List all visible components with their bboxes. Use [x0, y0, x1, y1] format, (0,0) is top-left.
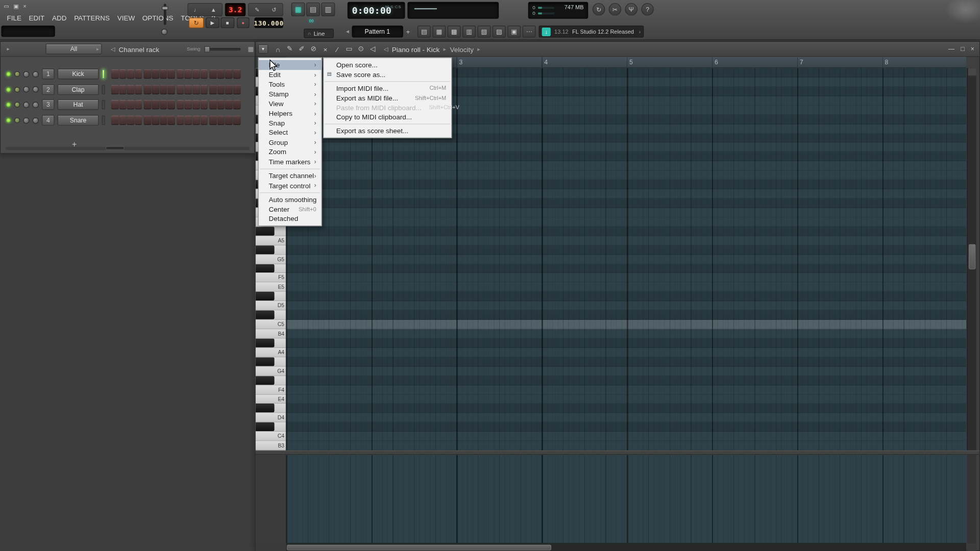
menu-item-paste-from-midi-clipboard[interactable]: Paste from MIDI clipboard...Shift+Ctrl+V	[324, 103, 451, 112]
browser-button[interactable]: ▧	[478, 26, 491, 37]
menu-item-target-channel[interactable]: Target channel›	[259, 171, 321, 181]
menu-item-tools[interactable]: Tools›	[259, 80, 321, 89]
channel-volume-knob[interactable]	[33, 117, 39, 123]
news-bar[interactable]: ↓ 13.12 FL Studio 12.2 Released ›	[539, 26, 644, 37]
piano-key-b3[interactable]: B3	[256, 441, 286, 450]
menu-item-export-as-midi-file[interactable]: Export as MIDI file...Shift+Ctrl+M	[324, 93, 451, 103]
piano-key-d4[interactable]: D4	[256, 413, 286, 422]
time-display[interactable]: 0:00:00 M:S:CS	[348, 2, 405, 19]
step-cell[interactable]	[167, 85, 175, 94]
piano-roll-options-button[interactable]: ▾	[258, 44, 268, 54]
step-cell[interactable]	[127, 100, 134, 109]
step-cell[interactable]	[152, 100, 159, 109]
piano-key-fs4[interactable]	[256, 376, 286, 385]
channel-pan-knob[interactable]	[23, 71, 29, 77]
play-button[interactable]: ▶	[206, 17, 219, 28]
menubar-item-file[interactable]: FILE	[4, 13, 24, 23]
subtitle-chevron-icon[interactable]: ▸	[477, 46, 480, 52]
piano-key-f5[interactable]: F5	[256, 273, 286, 283]
menubar-item-edit[interactable]: EDIT	[26, 13, 47, 23]
detach-window-icon[interactable]: ▭	[4, 3, 9, 9]
mixer-button[interactable]: ▥	[462, 26, 476, 37]
drum-view-toggle[interactable]: ▥	[321, 3, 335, 16]
rack-scrollbar[interactable]	[6, 147, 250, 150]
stop-button[interactable]: ■	[220, 17, 234, 28]
channel-activity-led[interactable]	[6, 87, 11, 92]
wait-for-input-button[interactable]: ▲	[205, 7, 222, 13]
step-cell[interactable]	[160, 69, 167, 79]
piano-key-cs4[interactable]	[256, 422, 286, 432]
step-cell[interactable]	[111, 85, 118, 94]
slice-icon[interactable]: ∕	[332, 44, 341, 54]
channel-name-button[interactable]: Hat	[58, 99, 99, 110]
channel-activity-led[interactable]	[6, 72, 11, 77]
piano-key-g4[interactable]: G4	[256, 366, 286, 375]
piano-key-gs4[interactable]	[256, 357, 286, 366]
menu-item-helpers[interactable]: Helpers›	[259, 108, 321, 118]
step-cell[interactable]	[160, 116, 167, 125]
tempo-tap-button[interactable]: ▣	[507, 26, 521, 37]
menubar-item-options[interactable]: OPTIONS	[139, 13, 177, 23]
step-cell[interactable]	[192, 69, 200, 79]
close-icon[interactable]: ×	[971, 45, 974, 52]
snap-selector[interactable]: ∩ Line	[304, 29, 334, 38]
playlist-position-display[interactable]	[407, 2, 499, 19]
channel-pan-knob[interactable]	[23, 86, 29, 92]
step-cell[interactable]	[209, 116, 216, 125]
menu-item-import-midi-file[interactable]: Import MIDI file...Ctrl+M	[324, 84, 451, 93]
piano-view-toggle[interactable]: ▤	[306, 3, 320, 16]
step-cell[interactable]	[111, 116, 118, 125]
step-cell[interactable]	[144, 116, 151, 125]
step-cell[interactable]	[127, 69, 134, 79]
channel-activity-led[interactable]	[6, 103, 11, 107]
channel-name-button[interactable]: Snare	[58, 115, 99, 126]
piano-key-a5[interactable]: A5	[256, 236, 286, 245]
sync-button[interactable]: ↻	[593, 3, 605, 15]
title-chevron-icon[interactable]: ▸	[444, 46, 447, 52]
step-cell[interactable]	[225, 69, 232, 79]
maximize-icon[interactable]: □	[961, 45, 964, 52]
piano-key-e5[interactable]: E5	[256, 283, 286, 292]
step-cell[interactable]	[144, 69, 151, 79]
step-cell[interactable]	[152, 116, 159, 125]
menu-item-save-score-as[interactable]: ▤Save score as...	[324, 69, 451, 79]
channel-pan-knob[interactable]	[23, 117, 29, 123]
swing-handle[interactable]	[204, 46, 210, 52]
menu-item-open-score[interactable]: Open score...	[324, 60, 451, 70]
channel-activity-led[interactable]	[6, 118, 11, 123]
step-cell[interactable]	[135, 69, 142, 79]
vertical-scrollbar[interactable]	[967, 68, 976, 450]
piano-key-ds4[interactable]	[256, 404, 286, 413]
channel-volume-knob[interactable]	[33, 71, 39, 77]
master-volume-handle[interactable]	[162, 6, 168, 10]
menu-item-target-control[interactable]: Target control›	[259, 181, 321, 190]
horizontal-scrollbar[interactable]	[286, 543, 966, 551]
menubar-item-add[interactable]: ADD	[49, 13, 70, 23]
channel-name-button[interactable]: Kick	[58, 69, 99, 80]
piano-key-c4[interactable]: C4	[256, 432, 286, 441]
delete-icon[interactable]: ⊘	[309, 44, 318, 54]
step-cell[interactable]	[225, 100, 232, 109]
velocity-splitter[interactable]	[256, 450, 979, 455]
select-icon[interactable]: ▭	[345, 44, 354, 54]
display-mode-icon[interactable]: ▦	[248, 45, 254, 52]
channel-volume-knob[interactable]	[33, 102, 39, 108]
pattern-add-button[interactable]: +	[405, 28, 411, 35]
plugin-picker-button[interactable]: ▨	[493, 26, 506, 37]
channel-select-led[interactable]	[102, 85, 105, 94]
step-cell[interactable]	[217, 116, 225, 125]
master-pitch-knob[interactable]	[161, 29, 167, 35]
menu-item-center[interactable]: CenterShift+0	[259, 204, 321, 214]
step-cell[interactable]	[119, 69, 126, 79]
rack-scroll-handle[interactable]	[106, 146, 125, 150]
step-cell[interactable]	[177, 85, 184, 94]
menu-item-edit[interactable]: Edit›	[259, 70, 321, 80]
step-cell[interactable]	[167, 116, 175, 125]
piano-key-ds5[interactable]	[256, 292, 286, 301]
menu-item-select[interactable]: Select›	[259, 128, 321, 137]
metronome-button[interactable]: ♩	[188, 7, 205, 13]
channel-name-button[interactable]: Clap	[58, 84, 99, 95]
step-cell[interactable]	[200, 69, 207, 79]
step-cell[interactable]	[200, 100, 207, 109]
piano-key-e4[interactable]: E4	[256, 394, 286, 404]
